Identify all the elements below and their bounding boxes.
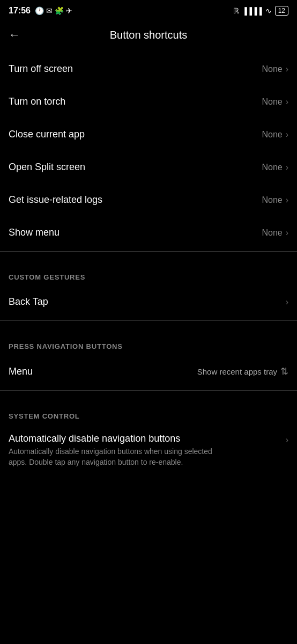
shortcut-show-menu[interactable]: Show menu None ›: [0, 216, 297, 249]
section-custom-gestures: CUSTOM GESTURES Back Tap ›: [0, 265, 297, 318]
chevron-icon: ›: [286, 130, 288, 140]
item-menu[interactable]: Menu Show recent apps tray ⇅: [0, 355, 297, 388]
shortcut-value-turn-off-screen: None ›: [262, 64, 288, 74]
label-back-tap: Back Tap: [9, 296, 48, 308]
wifi-icon: ∿: [265, 6, 272, 15]
shortcuts-list: Turn off screen None › Turn on torch Non…: [0, 53, 297, 249]
shortcut-label-turn-off-screen: Turn off screen: [9, 63, 73, 75]
label-auto-disable-nav: Automatically disable navigation buttons: [9, 433, 223, 444]
chevron-icon: ›: [286, 435, 288, 445]
label-menu: Menu: [9, 366, 33, 377]
signal-icon: ▐▐▐▐: [242, 7, 262, 15]
divider-custom-gestures: [0, 251, 297, 252]
shortcut-label-open-split-screen: Open Split screen: [9, 162, 85, 173]
shortcut-get-issue-logs[interactable]: Get issue-related logs None ›: [0, 184, 297, 216]
status-right: ℝ ▐▐▐▐ ∿ 12: [233, 6, 288, 16]
battery-icon: 12: [275, 6, 288, 16]
shortcut-label-close-current-app: Close current app: [9, 129, 85, 140]
chevron-icon: ›: [286, 64, 288, 74]
shortcut-turn-off-screen[interactable]: Turn off screen None ›: [0, 53, 297, 85]
chevron-icon: ›: [286, 297, 288, 307]
shortcut-open-split-screen[interactable]: Open Split screen None ›: [0, 151, 297, 184]
sort-icon: ⇅: [280, 365, 288, 377]
back-button[interactable]: ←: [9, 26, 25, 44]
section-header-press-nav: PRESS NAVIGATION BUTTONS: [0, 334, 297, 355]
shortcut-value-close-current-app: None ›: [262, 130, 288, 140]
puzzle-icon: 🧩: [55, 6, 64, 15]
section-system-control: SYSTEM CONTROL Automatically disable nav…: [0, 404, 297, 476]
bluetooth-icon: ℝ: [233, 6, 239, 15]
shortcut-close-current-app[interactable]: Close current app None ›: [0, 118, 297, 151]
shortcut-value-get-issue-logs: None ›: [262, 195, 288, 205]
section-header-custom-gestures: CUSTOM GESTURES: [0, 265, 297, 286]
chevron-icon: ›: [286, 163, 288, 172]
chevron-icon: ›: [286, 195, 288, 205]
status-bar: 17:56 🕐 ✉ 🧩 ✈ ℝ ▐▐▐▐ ∿ 12: [0, 0, 297, 19]
status-icons: 🕐 ✉ 🧩 ✈: [35, 6, 72, 15]
alarm-icon: 🕐: [35, 6, 44, 15]
divider-system-control: [0, 390, 297, 391]
telegram-icon: ✈: [66, 6, 72, 15]
page-header: ← Button shortcuts: [0, 19, 297, 53]
shortcut-value-turn-on-torch: None ›: [262, 97, 288, 107]
section-press-navigation: PRESS NAVIGATION BUTTONS Menu Show recen…: [0, 334, 297, 388]
sublabel-auto-disable-nav: Automatically disable navigation buttons…: [9, 447, 223, 467]
shortcut-label-show-menu: Show menu: [9, 227, 60, 238]
item-back-tap[interactable]: Back Tap ›: [0, 286, 297, 318]
shortcut-turn-on-torch[interactable]: Turn on torch None ›: [0, 85, 297, 118]
chevron-icon: ›: [286, 97, 288, 107]
shortcut-value-open-split-screen: None ›: [262, 163, 288, 172]
shortcut-value-show-menu: None ›: [262, 228, 288, 238]
page-title: Button shortcuts: [25, 29, 272, 41]
shortcut-label-turn-on-torch: Turn on torch: [9, 96, 65, 107]
shortcut-label-get-issue-logs: Get issue-related logs: [9, 194, 102, 206]
status-time: 17:56: [9, 6, 31, 16]
email-icon: ✉: [46, 6, 53, 15]
status-left: 17:56 🕐 ✉ 🧩 ✈: [9, 6, 72, 16]
divider-press-nav: [0, 320, 297, 321]
menu-value: Show recent apps tray: [197, 367, 277, 376]
section-header-system-control: SYSTEM CONTROL: [0, 404, 297, 425]
chevron-icon: ›: [286, 228, 288, 238]
item-auto-disable-nav[interactable]: Automatically disable navigation buttons…: [0, 425, 297, 476]
